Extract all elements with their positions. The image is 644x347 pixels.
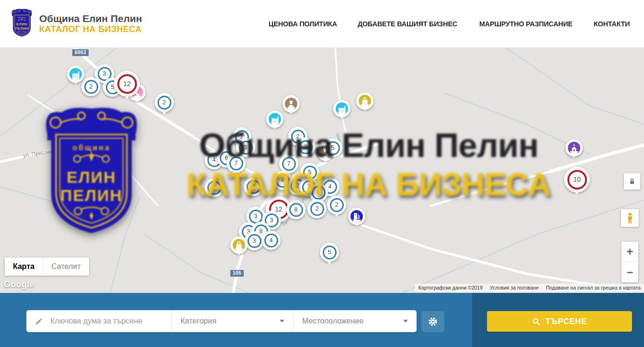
search-button[interactable]: ТЪРСЕНЕ bbox=[487, 311, 632, 332]
terms-link[interactable]: Условия за ползване bbox=[490, 285, 539, 291]
map-type-map-button[interactable]: Карта bbox=[5, 257, 43, 276]
cluster-marker[interactable]: 3 bbox=[245, 231, 264, 250]
category-select-value: Категория bbox=[181, 317, 216, 325]
search-bar: Категория Местоположение ТЪРСЕНЕ bbox=[0, 293, 644, 347]
map-attribution: Картографски данни ©2019 Условия за полз… bbox=[415, 284, 644, 292]
map-copyright: Картографски данни ©2019 bbox=[418, 285, 483, 291]
fuel-pin-marker[interactable] bbox=[348, 208, 365, 225]
factory-pin-marker[interactable] bbox=[67, 66, 84, 83]
cluster-marker[interactable]: 10 bbox=[564, 167, 590, 192]
site-title: Община Елин Пелин bbox=[39, 13, 142, 24]
nav-item-pricing[interactable]: ЦЕНОВА ПОЛИТИКА bbox=[269, 20, 337, 28]
factory-icon bbox=[338, 104, 347, 113]
lock-icon bbox=[628, 177, 636, 186]
site-logo[interactable]: общинаЕЛИНПЕЛИН Община Елин Пелин КАТАЛО… bbox=[11, 8, 142, 40]
factory-pin-marker[interactable] bbox=[266, 111, 283, 128]
cluster-count: 3 bbox=[248, 234, 261, 248]
site-subtitle: КАТАЛОГ НА БИЗНЕСА bbox=[39, 24, 142, 34]
cluster-marker[interactable]: 2 bbox=[81, 77, 101, 96]
chevron-down-icon bbox=[403, 320, 408, 323]
municipality-crest-icon: общинаЕЛИНПЕЛИН bbox=[11, 8, 33, 40]
report-error-link[interactable]: Подаване на сигнал за грешка в картата bbox=[546, 285, 641, 291]
cluster-count: 3 bbox=[299, 140, 313, 154]
search-fields: Категория Местоположение bbox=[26, 310, 417, 332]
search-icon bbox=[532, 317, 541, 326]
search-button-label: ТЪРСЕНЕ bbox=[545, 317, 587, 326]
zoom-out-button[interactable]: − bbox=[621, 262, 638, 282]
cluster-marker[interactable]: 2 bbox=[204, 178, 224, 197]
cluster-count: 7 bbox=[282, 157, 296, 171]
cluster-count: 2 bbox=[207, 181, 221, 195]
cluster-marker[interactable]: 8 bbox=[286, 200, 305, 219]
road-number-badge: 6002 bbox=[72, 49, 89, 56]
gear-icon bbox=[428, 316, 438, 327]
cluster-count: 2 bbox=[158, 96, 171, 110]
svg-text:община: община bbox=[18, 17, 26, 19]
cluster-marker[interactable]: 2 bbox=[327, 195, 346, 214]
church-pin-marker[interactable] bbox=[565, 139, 583, 157]
factory-icon bbox=[271, 115, 280, 124]
cluster-count: 7 bbox=[229, 157, 243, 170]
cluster-marker[interactable]: 2 bbox=[244, 177, 263, 196]
map-type-control: Карта Сателит bbox=[5, 257, 89, 276]
cluster-marker[interactable]: 3 bbox=[296, 137, 315, 157]
nav-item-add-business[interactable]: ДОБАВЕТЕ ВАШИЯТ БИЗНЕС bbox=[358, 20, 457, 28]
cluster-marker[interactable]: 4 bbox=[261, 231, 281, 250]
keyword-field[interactable] bbox=[26, 310, 171, 332]
nav-item-route-schedule[interactable]: МАРШРУТНО РАЗПИСАНИЕ bbox=[479, 20, 573, 28]
bag-icon bbox=[361, 97, 369, 105]
church-icon bbox=[570, 144, 578, 152]
cluster-count: 2 bbox=[84, 80, 98, 94]
cluster-marker[interactable]: 7 bbox=[226, 154, 246, 173]
chevron-down-icon bbox=[280, 320, 284, 323]
cluster-marker[interactable]: 12 bbox=[114, 71, 140, 97]
cluster-count: 2 bbox=[330, 198, 344, 212]
factory-icon bbox=[71, 70, 80, 79]
location-select-value: Местоположение bbox=[302, 317, 363, 325]
bag-pin-marker[interactable] bbox=[356, 92, 373, 110]
bag-icon bbox=[235, 241, 243, 249]
cluster-count: 2 bbox=[310, 202, 324, 216]
cluster-count: 5 bbox=[323, 246, 337, 259]
google-map[interactable]: 6002105ул. Преславбул. „Новоселция 32512… bbox=[0, 48, 644, 293]
nav-item-contacts[interactable]: КОНТАКТИ bbox=[594, 20, 630, 28]
svg-text:ПЕЛИН: ПЕЛИН bbox=[15, 26, 29, 30]
cluster-marker[interactable]: 5 bbox=[320, 243, 339, 262]
cluster-marker[interactable]: 7 bbox=[279, 154, 298, 173]
cluster-count: 2 bbox=[247, 180, 260, 194]
cluster-count: 4 bbox=[264, 234, 278, 247]
cluster-marker[interactable]: 5 bbox=[323, 138, 342, 157]
cluster-marker[interactable]: 2 bbox=[155, 93, 174, 112]
cluster-marker[interactable]: 2 bbox=[307, 199, 327, 218]
cluster-count: 8 bbox=[289, 203, 303, 217]
cluster-count: 3 bbox=[239, 141, 253, 155]
bag-pin-marker[interactable] bbox=[230, 236, 248, 254]
google-logo[interactable]: Google bbox=[4, 280, 34, 290]
worker-icon bbox=[287, 100, 295, 108]
cluster-count: 10 bbox=[567, 170, 587, 190]
pegman-button[interactable] bbox=[621, 209, 639, 227]
pegman-icon bbox=[625, 212, 635, 224]
advanced-settings-button[interactable] bbox=[421, 311, 444, 332]
factory-pin-marker[interactable] bbox=[333, 100, 350, 117]
zoom-in-button[interactable]: + bbox=[621, 242, 638, 262]
cluster-count: 8 bbox=[312, 186, 326, 200]
worker-pin-marker[interactable] bbox=[282, 95, 300, 112]
lock-button[interactable] bbox=[624, 173, 640, 190]
zoom-control: + − bbox=[621, 242, 638, 282]
header: общинаЕЛИНПЕЛИН Община Елин Пелин КАТАЛО… bbox=[0, 0, 644, 48]
road-number-badge: 105 bbox=[230, 270, 244, 277]
category-select[interactable]: Категория bbox=[171, 310, 293, 332]
cluster-count: 5 bbox=[326, 141, 340, 155]
pencil-icon bbox=[35, 317, 43, 326]
main-nav: ЦЕНОВА ПОЛИТИКА ДОБАВЕТЕ ВАШИЯТ БИЗНЕС М… bbox=[269, 20, 632, 28]
cluster-count: 12 bbox=[117, 74, 137, 94]
fuel-icon bbox=[352, 212, 361, 221]
map-type-satellite-button[interactable]: Сателит bbox=[43, 257, 89, 276]
svg-text:ЕЛИН: ЕЛИН bbox=[16, 22, 27, 26]
keyword-input[interactable] bbox=[49, 316, 167, 326]
location-select[interactable]: Местоположение bbox=[293, 310, 417, 332]
